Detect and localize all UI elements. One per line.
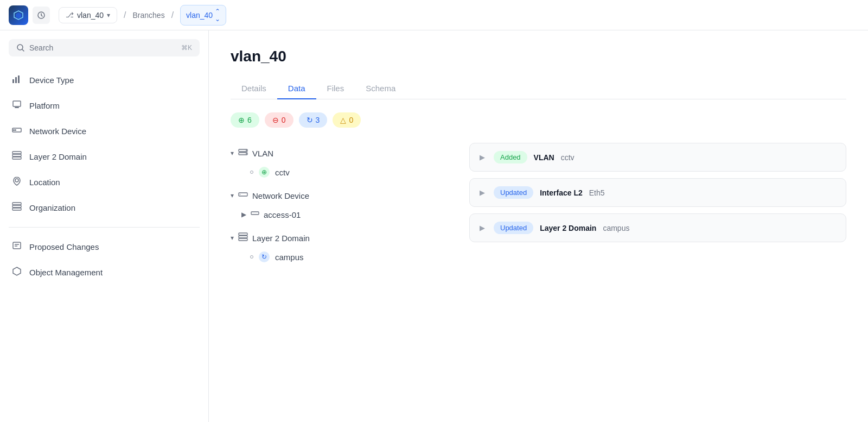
sidebar: Search ⌘K Device Type Platform Network D… [0,30,209,422]
sidebar-item-platform[interactable]: Platform [0,93,208,118]
svg-rect-15 [12,157,21,159]
tabs-bar: Details Data Files Schema [231,78,846,99]
badge-conflict[interactable]: △ 0 [333,112,361,128]
card-chevron-3: ▶ [480,224,485,232]
branch-selector[interactable]: ⎇ vlan_40 ▾ [59,7,117,23]
tree-group-vlan: ▾ VLAN ⊕ cctv [231,143,458,181]
svg-point-25 [246,153,247,154]
tree-item-dot-campus [250,255,253,259]
change-name-2: Eth5 [589,188,605,197]
tree-chevron-nd: ▾ [231,192,234,199]
tree-item-access01-label: access-01 [264,210,301,219]
svg-point-12 [15,130,16,131]
tab-details[interactable]: Details [231,78,277,99]
access01-icon [251,209,259,220]
sidebar-item-label-platform: Platform [29,101,60,110]
status-badge-updated-2: Updated [494,222,533,234]
svg-marker-21 [13,267,21,275]
history-icon[interactable] [33,7,50,24]
bar-chart-icon [11,74,23,86]
svg-point-24 [246,150,247,151]
network-device-icon [11,125,23,137]
sidebar-item-location[interactable]: Location [0,169,208,195]
badge-removed-count: 0 [282,116,286,124]
layer2-icon [11,150,23,163]
card-chevron-2: ▶ [480,188,485,197]
tree-item-cctv-label: cctv [275,168,290,177]
tree-group-layer2-label: Layer 2 Domain [252,234,310,243]
badge-added-count: 6 [247,116,252,124]
sidebar-item-organization[interactable]: Organization [0,195,208,221]
svg-rect-30 [239,236,247,238]
sidebar-item-label-network-device: Network Device [29,127,86,136]
breadcrumb-current[interactable]: vlan_40 ⌃⌄ [180,5,226,26]
tab-data[interactable]: Data [277,78,316,99]
breadcrumb-sep-2: / [171,10,174,20]
change-type-3: Layer 2 Domain [540,224,596,232]
app-logo [9,5,28,25]
change-card-3[interactable]: ▶ Updated Layer 2 Domain campus [469,213,846,242]
main-content: vlan_40 Details Data Files Schema ⊕ 6 ⊖ … [209,30,868,422]
search-label: Search [29,43,53,52]
status-badge-added: Added [494,151,527,163]
svg-rect-17 [12,203,21,205]
tree-group-network-device-header[interactable]: ▾ Network Device [231,185,458,206]
sidebar-item-device-type[interactable]: Device Type [0,67,208,93]
sidebar-item-label-organization: Organization [29,203,75,212]
tree-item-dot [250,171,253,174]
tree-item-campus-label: campus [275,253,304,262]
change-name-3: campus [603,224,629,232]
sidebar-item-label-object-management: Object Management [29,268,103,277]
svg-rect-4 [12,79,14,83]
sidebar-item-object-management[interactable]: Object Management [0,260,208,285]
tab-schema[interactable]: Schema [355,78,406,99]
organization-icon [11,201,23,214]
sidebar-item-label-proposed-changes: Proposed Changes [29,242,99,251]
changes-panel: ▶ Added VLAN cctv ▶ Updated Interface L2… [469,143,868,270]
svg-rect-9 [15,107,19,108]
card-chevron-1: ▶ [480,153,485,161]
tree-group-vlan-header[interactable]: ▾ VLAN [231,143,458,163]
search-icon [16,43,25,52]
tree-chevron-access01: ▶ [241,211,246,218]
branch-icon: ⎇ [66,11,74,19]
search-bar[interactable]: Search ⌘K [9,39,200,56]
topbar: ⎇ vlan_40 ▾ / Branches / vlan_40 ⌃⌄ [0,0,868,30]
proposed-changes-icon [11,241,23,253]
sidebar-item-label-layer2-domain: Layer 2 Domain [29,152,87,161]
svg-marker-1 [16,12,21,18]
svg-point-27 [240,194,241,195]
tab-files[interactable]: Files [316,78,355,99]
tree-group-layer2-header[interactable]: ▾ Layer 2 Domain [231,228,458,248]
breadcrumb-branches: Branches [133,11,165,20]
layer2-tree-icon [238,232,248,244]
change-card-2[interactable]: ▶ Updated Interface L2 Eth5 [469,178,846,207]
tree-item-campus[interactable]: ↻ campus [231,248,458,266]
sidebar-item-layer2-domain[interactable]: Layer 2 Domain [0,144,208,169]
warning-icon: △ [340,116,346,124]
sidebar-item-proposed-changes[interactable]: Proposed Changes [0,234,208,260]
sidebar-item-network-device[interactable]: Network Device [0,118,208,144]
tree-panel: ▾ VLAN ⊕ cctv ▾ [231,143,469,270]
badge-removed[interactable]: ⊖ 0 [265,112,293,128]
badge-updated[interactable]: ↻ 3 [299,112,328,128]
svg-rect-14 [12,154,21,156]
object-management-icon [11,266,23,279]
tree-item-plus-icon: ⊕ [259,167,270,178]
tree-item-cctv[interactable]: ⊕ cctv [231,163,458,181]
tree-group-vlan-label: VLAN [252,149,273,158]
badge-updated-count: 3 [316,116,320,124]
stepper-icon: ⌃⌄ [215,8,220,23]
svg-rect-20 [13,242,21,249]
branch-name: vlan_40 [77,11,104,20]
svg-rect-19 [12,208,21,210]
status-badges: ⊕ 6 ⊖ 0 ↻ 3 △ 0 [231,112,868,128]
svg-rect-6 [18,75,20,83]
page-title: vlan_40 [231,48,868,65]
tree-subgroup-access01[interactable]: ▶ access-01 [231,206,458,223]
change-type-2: Interface L2 [540,188,583,197]
refresh-icon: ↻ [307,116,313,124]
badge-added[interactable]: ⊕ 6 [231,112,259,128]
svg-rect-29 [239,233,247,235]
change-card-1[interactable]: ▶ Added VLAN cctv [469,143,846,172]
